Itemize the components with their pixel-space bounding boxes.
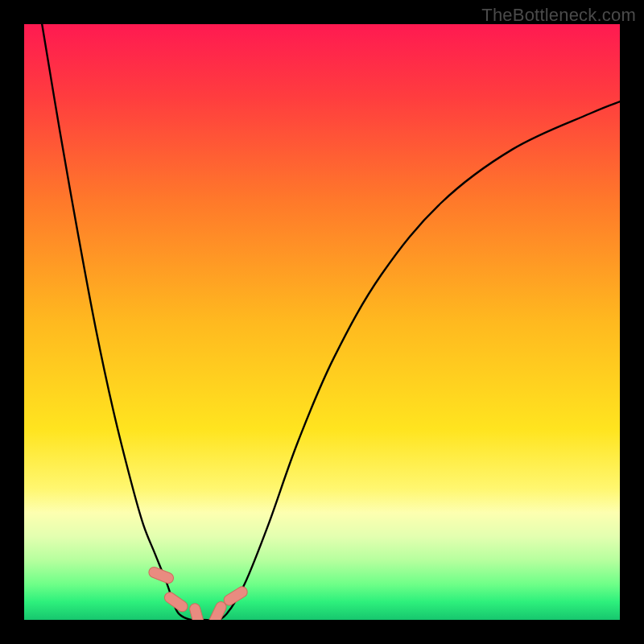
bottleneck-curve <box>42 24 620 620</box>
plot-area <box>24 24 620 620</box>
chart-frame: TheBottleneck.com <box>0 0 644 644</box>
curve-marker <box>222 584 250 607</box>
curve-marker <box>188 602 205 620</box>
chart-curve-layer <box>24 24 620 620</box>
curve-markers <box>147 565 250 620</box>
watermark-text: TheBottleneck.com <box>481 5 636 26</box>
